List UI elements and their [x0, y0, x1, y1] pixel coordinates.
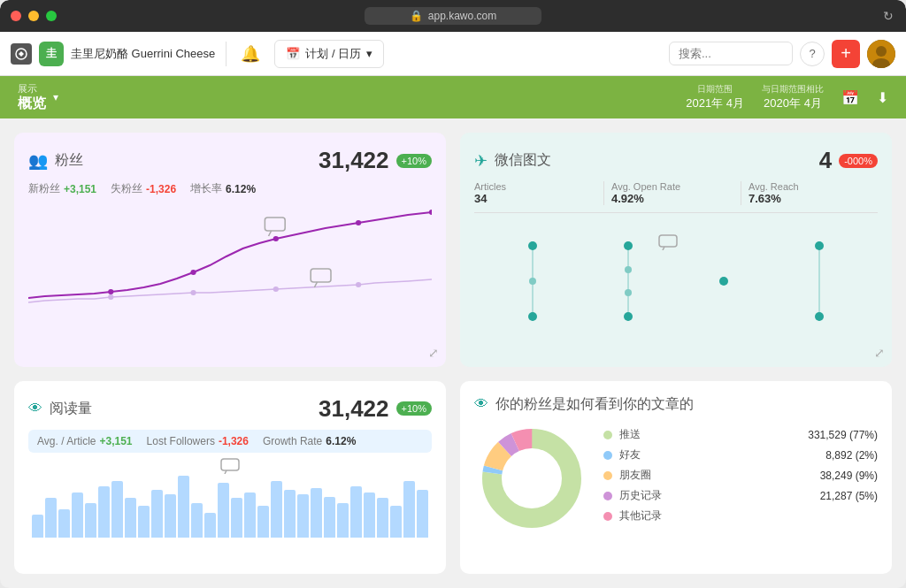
legend-value: 8,892 (2%) — [825, 449, 878, 462]
sub-nav: 展示 概览 ▾ 日期范围 2021年 4月 与日期范围相比 2020年 4月 📅… — [0, 76, 906, 118]
fans-stats-row: 新粉丝 +3,151 失粉丝 -1,326 增长率 6.12% — [28, 181, 432, 196]
wechat-col-1 — [492, 233, 573, 330]
display-label: 展示 — [18, 83, 46, 95]
help-button[interactable]: ? — [800, 42, 825, 66]
articles-value: 34 — [474, 192, 487, 205]
bar-item — [178, 476, 189, 538]
nav-dropdown-icon[interactable]: ▾ — [53, 91, 58, 103]
download-button[interactable]: ⬇ — [877, 89, 888, 106]
bar-item — [271, 481, 282, 538]
search-input[interactable] — [669, 42, 793, 65]
fans-main-value: 31,422 — [319, 147, 389, 174]
notifications-button[interactable]: 🔔 — [234, 41, 267, 67]
date-range-label: 日期范围 — [697, 83, 733, 95]
wechat-chart-area — [474, 224, 878, 339]
calendar-view-button[interactable]: 📅 — [841, 89, 859, 106]
bar-item — [297, 494, 309, 537]
wechat-badge: -000% — [839, 154, 878, 168]
svg-rect-15 — [265, 218, 285, 231]
legend-value: 331,529 (77%) — [808, 429, 878, 441]
fans-header-right: 31,422 +10% — [319, 147, 432, 174]
open-rate-label: Avg. Open Rate — [611, 181, 680, 192]
legend-label: 推送 — [619, 427, 801, 442]
svg-point-11 — [190, 270, 196, 275]
legend-dot — [603, 431, 612, 439]
bar-item — [191, 503, 203, 537]
sub-nav-left: 展示 概览 ▾ — [18, 83, 58, 111]
lost-followers-label: Lost Followers — [147, 435, 215, 447]
bar-item — [284, 490, 296, 537]
bar-item — [138, 506, 150, 538]
lost-fans-stat: 失粉丝 -1,326 — [111, 181, 176, 196]
fans-chart-svg — [28, 205, 432, 311]
bar-item — [125, 498, 136, 538]
bar-item — [337, 503, 349, 537]
wechat-expand-icon[interactable]: ⤢ — [874, 346, 885, 360]
avatar[interactable] — [867, 40, 895, 68]
window-chrome: 🔒 app.kawo.com ↻ — [0, 0, 906, 32]
wechat-main-value: 4 — [819, 147, 832, 174]
fullscreen-button[interactable] — [46, 11, 57, 21]
fans-title: 粉丝 — [55, 151, 83, 170]
bar-item — [257, 506, 269, 538]
calendar-icon: 📅 — [286, 47, 300, 60]
wechat-title-section: ✈ 微信图文 — [474, 151, 551, 171]
reads-title-section: 👁 阅读量 — [28, 400, 92, 418]
reads-chart-container — [28, 467, 432, 546]
fans-expand-icon[interactable]: ⤢ — [428, 346, 439, 360]
reads-chart-bubble — [220, 458, 240, 477]
minimize-button[interactable] — [28, 11, 39, 21]
svg-point-5 — [190, 290, 196, 295]
svg-point-14 — [429, 210, 432, 215]
add-button[interactable]: + — [832, 40, 860, 68]
bar-item — [72, 493, 83, 538]
sources-title: 你的粉丝是如何看到你的文章的 — [495, 395, 694, 414]
top-nav: 圭 圭里尼奶酪 Guerrini Cheese 🔔 📅 计划 / 日历 ▾ ? … — [0, 32, 906, 76]
svg-point-7 — [356, 282, 361, 287]
legend-label: 好友 — [619, 447, 818, 462]
bar-item — [204, 513, 216, 538]
legend-item: 朋友圈 38,249 (9%) — [603, 468, 878, 483]
close-button[interactable] — [11, 11, 21, 21]
wechat-icon: ✈ — [474, 151, 488, 171]
bar-item — [85, 503, 96, 537]
bar-chart — [28, 467, 432, 538]
legend-label: 历史记录 — [619, 488, 813, 503]
address-text: app.kawo.com — [428, 10, 496, 22]
growth-value: 6.12% — [226, 183, 256, 195]
legend-dot — [603, 492, 612, 500]
bar-item — [364, 493, 375, 538]
bar-item — [58, 509, 70, 538]
nav-logo-section: 圭 圭里尼奶酪 Guerrini Cheese — [11, 42, 226, 66]
reach-stat: Avg. Reach 7.63% — [741, 181, 878, 205]
chevron-down-icon: ▾ — [366, 47, 372, 60]
legend-section: 推送 331,529 (77%) 好友 8,892 (2%) 朋友圈 38,24… — [603, 427, 878, 529]
reads-badge: +10% — [396, 401, 432, 416]
lost-followers-stat: Lost Followers -1,326 — [147, 435, 249, 447]
bar-item — [377, 498, 388, 538]
avg-article-stat: Avg. / Article +3,151 — [37, 435, 133, 447]
address-bar[interactable]: 🔒 app.kawo.com — [365, 7, 541, 25]
legend-item: 好友 8,892 (2%) — [603, 447, 878, 462]
articles-stat: Articles 34 — [474, 181, 604, 205]
sub-nav-right: 日期范围 2021年 4月 与日期范围相比 2020年 4月 📅 ⬇ — [686, 83, 888, 111]
reads-card-header: 👁 阅读量 31,422 +10% — [28, 395, 432, 423]
open-rate-stat: Avg. Open Rate 4.92% — [604, 181, 741, 205]
svg-point-10 — [108, 289, 113, 294]
svg-rect-19 — [221, 459, 239, 470]
donut-section: 推送 331,529 (77%) 好友 8,892 (2%) 朋友圈 38,24… — [474, 421, 878, 536]
reads-icon: 👁 — [28, 401, 42, 416]
traffic-lights — [11, 11, 57, 21]
lost-followers-value: -1,326 — [219, 435, 249, 447]
legend-item: 其他记录 — [603, 508, 878, 523]
bar-item — [151, 490, 163, 537]
reads-title: 阅读量 — [50, 400, 92, 418]
wechat-col-4 — [779, 233, 860, 330]
reads-growth-value: 6.12% — [326, 435, 356, 447]
new-fans-stat: 新粉丝 +3,151 — [28, 181, 96, 196]
legend-item: 历史记录 21,287 (5%) — [603, 488, 878, 503]
reads-bar-chart — [28, 467, 432, 546]
bar-item — [244, 493, 256, 538]
calendar-section[interactable]: 📅 计划 / 日历 ▾ — [274, 40, 384, 68]
refresh-button[interactable]: ↻ — [883, 9, 894, 23]
